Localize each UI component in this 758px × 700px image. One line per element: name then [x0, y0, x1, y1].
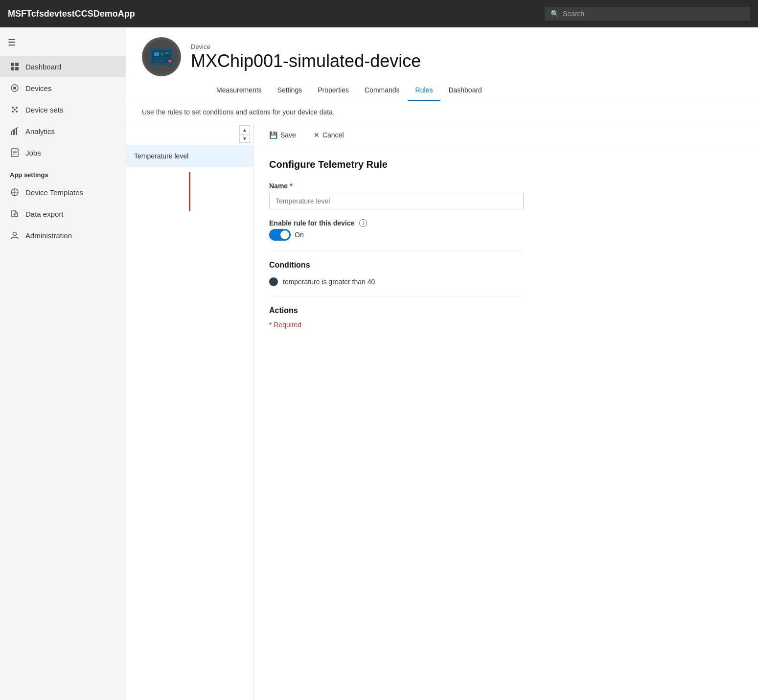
jobs-icon — [10, 148, 20, 158]
enable-rule-toggle[interactable] — [269, 229, 291, 241]
configure-toolbar: 💾 Save ✕ Cancel — [253, 123, 758, 147]
rule-item-label: Temperature level — [134, 152, 188, 160]
main-content: Device MXChip001-simulated-device Measur… — [126, 27, 758, 700]
sidebar-item-data-export-label: Data export — [25, 210, 64, 218]
sidebar-item-administration-label: Administration — [25, 231, 72, 240]
tab-commands[interactable]: Commands — [357, 80, 408, 101]
svg-point-5 — [13, 87, 16, 90]
enable-rule-info-icon[interactable]: i — [359, 219, 367, 227]
svg-rect-2 — [11, 67, 14, 70]
svg-point-9 — [16, 111, 18, 113]
data-export-icon — [10, 209, 20, 219]
svg-point-6 — [12, 107, 14, 109]
svg-point-32 — [168, 60, 171, 63]
device-name: MXChip001-simulated-device — [191, 51, 421, 71]
tab-dashboard[interactable]: Dashboard — [440, 80, 490, 101]
toggle-thumb — [280, 230, 289, 239]
rule-list-item-temperature[interactable]: Temperature level — [126, 145, 253, 167]
sidebar-item-administration[interactable]: Administration — [0, 225, 126, 246]
configure-body: Configure Telemetry Rule Name * Enable r… — [253, 147, 758, 700]
save-icon: 💾 — [269, 131, 277, 139]
actions-required: * Required — [269, 321, 742, 329]
required-star: * — [290, 182, 292, 190]
configure-title: Configure Telemetry Rule — [269, 159, 742, 170]
svg-rect-30 — [154, 58, 169, 59]
main-layout: ☰ Dashboard Devices — [0, 27, 758, 700]
toggle-wrapper: On — [269, 229, 742, 241]
sidebar-item-dashboard[interactable]: Dashboard — [0, 56, 126, 77]
sidebar-item-device-templates-label: Device Templates — [25, 188, 83, 197]
sidebar-item-device-sets[interactable]: Device sets — [0, 99, 126, 120]
toggle-state-label: On — [295, 231, 304, 239]
rule-list-panel: ▲ ▼ Temperature level — [126, 123, 253, 700]
tab-settings[interactable]: Settings — [270, 80, 310, 101]
actions-title: Actions — [269, 306, 742, 315]
tab-properties[interactable]: Properties — [310, 80, 357, 101]
cancel-icon: ✕ — [314, 131, 320, 139]
svg-rect-27 — [154, 52, 159, 56]
conditions-title: Conditions — [269, 261, 742, 270]
scroll-up-button[interactable]: ▲ — [239, 125, 250, 134]
svg-rect-12 — [13, 130, 15, 135]
app-settings-label: App settings — [0, 163, 126, 181]
enable-rule-row: Enable rule for this device i — [269, 219, 742, 227]
search-bar[interactable]: 🔍 — [545, 7, 750, 21]
administration-icon — [10, 230, 20, 240]
sidebar-item-data-export[interactable]: Data export — [0, 203, 126, 225]
cancel-button[interactable]: ✕ Cancel — [310, 129, 348, 141]
content-area: ▲ ▼ Temperature level 💾 Save — [126, 123, 758, 700]
divider-2 — [269, 296, 524, 296]
scroll-controls: ▲ ▼ — [126, 123, 253, 145]
condition-row: temperature is greater than 40 — [269, 277, 742, 286]
sidebar: ☰ Dashboard Devices — [0, 27, 126, 700]
sidebar-item-dashboard-label: Dashboard — [25, 63, 61, 71]
hamburger-menu[interactable]: ☰ — [0, 31, 126, 54]
svg-point-8 — [12, 111, 14, 113]
scroll-down-button[interactable]: ▼ — [239, 134, 250, 143]
device-sets-icon — [10, 105, 20, 114]
sidebar-item-jobs[interactable]: Jobs — [0, 142, 126, 163]
device-avatar — [142, 37, 181, 76]
rule-bar-indicator — [189, 172, 190, 211]
name-input[interactable] — [269, 193, 524, 209]
sidebar-item-analytics-label: Analytics — [25, 127, 55, 135]
search-icon: 🔍 — [551, 10, 559, 18]
device-header: Device MXChip001-simulated-device — [126, 27, 758, 76]
sidebar-item-devices[interactable]: Devices — [0, 77, 126, 99]
tab-rules[interactable]: Rules — [408, 80, 441, 101]
tab-measurements[interactable]: Measurements — [208, 80, 270, 101]
app-title: MSFTcfsdevtestCCSDemoApp — [8, 9, 135, 19]
configure-panel: 💾 Save ✕ Cancel Configure Telemetry Rule… — [253, 123, 758, 700]
device-info: Device MXChip001-simulated-device — [191, 43, 421, 71]
sidebar-item-analytics[interactable]: Analytics — [0, 120, 126, 142]
sidebar-item-jobs-label: Jobs — [25, 149, 41, 157]
divider-1 — [269, 250, 524, 251]
dashboard-icon — [10, 62, 20, 71]
svg-rect-0 — [11, 63, 14, 66]
device-tabs: Measurements Settings Properties Command… — [126, 80, 758, 101]
svg-point-23 — [13, 232, 17, 236]
svg-point-7 — [16, 107, 18, 109]
device-templates-icon — [10, 187, 20, 197]
svg-rect-13 — [16, 128, 17, 135]
devices-icon — [10, 83, 20, 93]
condition-text: temperature is greater than 40 — [283, 278, 375, 286]
save-button[interactable]: 💾 Save — [265, 129, 300, 141]
svg-point-10 — [14, 109, 16, 111]
svg-rect-1 — [15, 63, 19, 66]
svg-rect-31 — [154, 60, 165, 62]
analytics-icon — [10, 126, 20, 136]
sidebar-item-device-sets-label: Device sets — [25, 106, 64, 114]
svg-rect-11 — [11, 132, 12, 135]
sidebar-item-device-templates[interactable]: Device Templates — [0, 181, 126, 203]
device-label: Device — [191, 43, 421, 50]
svg-rect-29 — [165, 52, 169, 54]
condition-dot — [269, 277, 278, 286]
svg-rect-28 — [161, 52, 163, 55]
rules-description: Use the rules to set conditions and acti… — [126, 101, 758, 123]
svg-rect-3 — [15, 67, 19, 70]
sidebar-item-devices-label: Devices — [25, 84, 51, 92]
search-input[interactable] — [563, 10, 744, 18]
topbar: MSFTcfsdevtestCCSDemoApp 🔍 — [0, 0, 758, 27]
name-field-label: Name * — [269, 182, 742, 190]
